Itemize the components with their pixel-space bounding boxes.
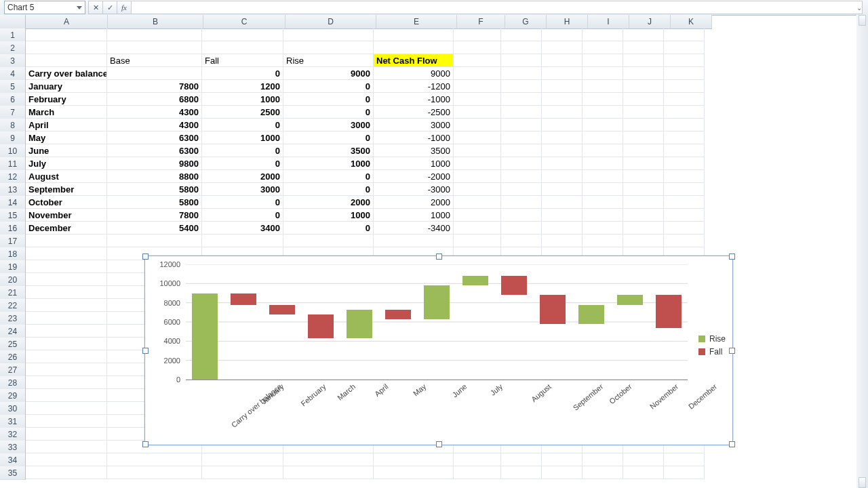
cell[interactable] (501, 41, 542, 54)
cell[interactable]: Base (107, 54, 202, 67)
bar-fall[interactable] (385, 310, 411, 319)
cell[interactable] (107, 41, 202, 54)
row-header[interactable]: 25 (0, 338, 26, 351)
cell[interactable]: 3500 (283, 144, 374, 157)
row-header[interactable]: 2 (0, 41, 26, 55)
cell[interactable] (26, 28, 107, 41)
cell[interactable] (623, 28, 664, 41)
cell[interactable] (26, 376, 107, 389)
row-header[interactable]: 35 (0, 466, 26, 480)
bar-fall[interactable] (656, 295, 682, 327)
cell[interactable] (454, 453, 501, 466)
cell[interactable] (454, 41, 501, 54)
bar-rise[interactable] (578, 305, 604, 324)
cell[interactable] (283, 235, 374, 247)
cell[interactable]: 9000 (283, 67, 374, 80)
cell[interactable] (542, 170, 583, 183)
cell[interactable] (202, 41, 283, 54)
cell[interactable]: 6300 (107, 144, 202, 157)
cell[interactable]: Rise (283, 54, 374, 67)
cell[interactable]: October (26, 196, 107, 209)
cell[interactable]: 2000 (202, 170, 283, 183)
cell[interactable] (107, 466, 202, 479)
cell[interactable] (26, 247, 107, 260)
chart-plot-area[interactable] (186, 264, 688, 380)
cell[interactable] (542, 144, 583, 157)
cell[interactable] (583, 170, 623, 183)
row-header[interactable]: 21 (0, 286, 26, 300)
cell[interactable] (623, 54, 664, 67)
cell[interactable] (583, 466, 623, 479)
cell[interactable] (664, 453, 705, 466)
cell[interactable] (26, 402, 107, 415)
cell[interactable] (664, 119, 705, 131)
cell[interactable] (202, 235, 283, 247)
cell[interactable] (26, 41, 107, 54)
row-header[interactable]: 4 (0, 67, 26, 81)
row-header[interactable]: 1 (0, 28, 26, 42)
cell[interactable] (664, 157, 705, 170)
cell[interactable]: 1000 (202, 93, 283, 106)
expand-formula-icon[interactable]: ⌄ (853, 1, 865, 14)
cell[interactable] (664, 131, 705, 144)
cell[interactable]: 0 (202, 119, 283, 131)
cell[interactable] (283, 453, 374, 466)
cell[interactable] (501, 222, 542, 235)
cell[interactable]: 1000 (283, 209, 374, 222)
cell[interactable] (542, 157, 583, 170)
cell[interactable] (202, 28, 283, 41)
row-header[interactable]: 16 (0, 222, 26, 235)
row-header[interactable]: 22 (0, 299, 26, 312)
cell[interactable]: 0 (202, 67, 283, 80)
cell[interactable] (623, 170, 664, 183)
cell[interactable] (664, 144, 705, 157)
cell[interactable] (623, 157, 664, 170)
cell[interactable] (664, 93, 705, 106)
cell[interactable] (501, 119, 542, 131)
row-header[interactable]: 33 (0, 441, 26, 454)
cell[interactable] (583, 222, 623, 235)
cell[interactable] (583, 196, 623, 209)
cell[interactable] (283, 41, 374, 54)
cell[interactable]: 5400 (107, 222, 202, 235)
bar-fall[interactable] (540, 295, 566, 324)
cell[interactable] (283, 466, 374, 479)
cell[interactable] (664, 222, 705, 235)
cell[interactable] (542, 131, 583, 144)
row-header[interactable]: 14 (0, 196, 26, 209)
cell[interactable]: 3000 (283, 119, 374, 131)
cell[interactable] (454, 93, 501, 106)
bar-rise[interactable] (192, 293, 218, 380)
cell[interactable] (454, 222, 501, 235)
cell[interactable]: 0 (283, 183, 374, 196)
bar-fall[interactable] (269, 305, 295, 314)
cell[interactable]: 6300 (107, 131, 202, 144)
cell[interactable]: 3500 (374, 144, 454, 157)
cell[interactable] (202, 453, 283, 466)
cell[interactable] (623, 106, 664, 119)
bar-rise[interactable] (424, 285, 450, 319)
cell[interactable] (542, 466, 583, 479)
cell[interactable] (542, 80, 583, 93)
cell[interactable]: Carry over balance (26, 67, 107, 80)
cell[interactable] (107, 67, 202, 80)
cell[interactable]: January (26, 80, 107, 93)
cell[interactable]: -1200 (374, 80, 454, 93)
cell[interactable] (623, 93, 664, 106)
cell[interactable]: Net Cash Flow (374, 54, 454, 67)
cell[interactable]: 3000 (374, 119, 454, 131)
resize-handle[interactable] (436, 253, 442, 260)
row-header[interactable]: 34 (0, 453, 26, 467)
cell[interactable] (26, 363, 107, 376)
cell[interactable]: February (26, 93, 107, 106)
row-header[interactable]: 30 (0, 402, 26, 415)
cell[interactable] (26, 286, 107, 299)
cell[interactable] (501, 235, 542, 247)
cell[interactable] (454, 170, 501, 183)
cell[interactable]: 0 (283, 106, 374, 119)
cell[interactable]: 2000 (374, 196, 454, 209)
cell[interactable]: 0 (283, 131, 374, 144)
cell[interactable] (501, 67, 542, 80)
row-header[interactable]: 5 (0, 80, 26, 94)
cell[interactable] (664, 196, 705, 209)
